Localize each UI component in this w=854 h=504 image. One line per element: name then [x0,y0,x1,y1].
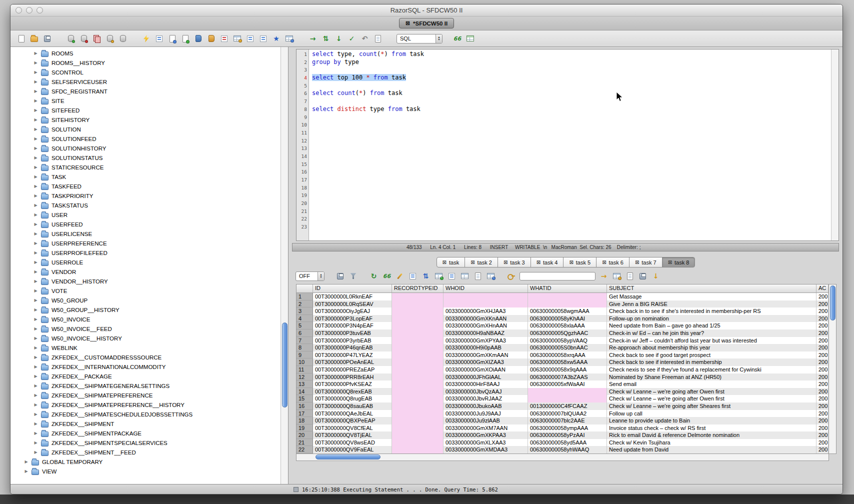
close-tab-icon[interactable]: ⊠ [635,260,639,265]
row-number-cell[interactable]: 12 [296,374,313,381]
edit-page-button[interactable] [168,34,177,44]
table-refresh-button[interactable] [434,272,444,281]
column-header-whoid[interactable]: WHOID [444,284,528,292]
hierarchy-view-button[interactable] [408,272,418,281]
id-cell[interactable]: 00T3000000QAeJbEAL [313,410,392,418]
recordtypeid-cell[interactable] [392,308,444,315]
sidebar-item-table[interactable]: ▶ W50_GROUP__HISTORY [10,305,288,314]
id-cell[interactable]: 00T3000000L0RqSEAV [313,300,392,308]
table-row[interactable]: 9 00T3000000P47LYEAZ 0033000000GmXKmAAN … [296,352,828,359]
row-number-cell[interactable]: 16 [296,402,313,410]
ac-cell[interactable]: 200 [816,432,828,439]
disclosure-triangle-icon[interactable]: ▶ [34,89,38,94]
table-row[interactable]: 8 00T3000000P46qnEAB 0033000000H9i0pAAB … [296,344,828,352]
grid-vscroll-thumb[interactable] [830,286,836,320]
id-cell[interactable]: 00T3000000L0RknEAF [313,293,392,300]
sidebar-item-table[interactable]: ▶ TASKFEED [10,182,288,191]
disclosure-triangle-icon[interactable]: ▶ [34,317,38,322]
grid-vertical-scrollbar[interactable] [829,284,836,454]
result-tab[interactable]: ⊠ task 6 [596,257,630,268]
list-view-button[interactable] [447,272,456,281]
ac-cell[interactable]: 200 [816,308,828,315]
id-cell[interactable]: 00T3000000PREZaEAP [313,366,392,374]
result-tab[interactable]: ⊠ task 4 [530,257,564,268]
ac-cell[interactable]: 200 [816,424,828,432]
row-number-cell[interactable]: 13 [296,380,313,388]
recordtypeid-cell[interactable] [392,380,444,388]
disclosure-triangle-icon[interactable]: ▶ [34,279,38,284]
row-number-cell[interactable]: 2 [296,300,313,308]
sidebar-item-table[interactable]: ▶ ZKFEDEX__SHIPMATEPREFERENCE__HISTORY [10,400,288,410]
sidebar-item-table[interactable]: ▶ W50_INVOICE__HISTORY [10,334,288,343]
whoid-cell[interactable]: 0033000000JFhGlAAL [444,374,528,381]
table-row[interactable]: 20 00T3000000QV8TjEAL 0033000000GmXKPAA3… [296,432,828,439]
id-cell[interactable]: 00T3000000QV9FaEAL [313,446,392,454]
whatid-cell[interactable]: 006300000058x9qAAA [528,366,607,374]
sidebar-item-table[interactable]: ▶ SELFSERVICEUSER [10,77,288,86]
sidebar-item-table[interactable]: ▶ ZKFEDEX__SHIPMATEPREFERENCE [10,390,288,400]
row-number-cell[interactable]: 19 [296,424,313,432]
id-cell[interactable]: 00T3000000Q8rugEAB [313,395,392,402]
whatid-cell[interactable] [528,293,607,300]
column-header-ac[interactable]: AC [816,284,828,292]
table-row[interactable]: 3 00T3000000OiyJgEAJ 0033000000GmXHJAA3 … [296,308,828,315]
close-tab-icon[interactable]: ⊠ [504,260,508,265]
sidebar-item-table[interactable]: ▶ USERPROFILEFEED [10,248,288,258]
row-number-cell[interactable]: 3 [296,308,313,315]
save-results-button[interactable] [336,272,345,281]
form-view-button[interactable] [460,272,470,281]
sidebar-item-table[interactable]: ▶ USERROLE [10,258,288,267]
whoid-cell[interactable]: 0033000000HirF8AAJ [444,380,528,388]
disclosure-triangle-icon[interactable]: ▶ [34,355,38,360]
disclosure-triangle-icon[interactable]: ▶ [34,440,38,445]
disclosure-triangle-icon[interactable]: ▶ [34,70,38,74]
table-row[interactable]: 13 00T3000000PfvKSEAZ 0033000000HirF8AAJ… [296,380,828,388]
disclosure-triangle-icon[interactable]: ▶ [34,308,38,312]
recordtypeid-cell[interactable] [392,388,444,396]
sidebar-item-table[interactable]: ▶ STATICRESOURCE [10,162,288,172]
whoid-cell[interactable]: 0033000000H9i0pAAB [444,344,528,352]
recordtypeid-cell[interactable] [392,439,444,446]
sidebar-item-table[interactable]: ▶ WEBLINK [10,343,288,352]
save-grid-button[interactable] [638,272,648,281]
disclosure-triangle-icon[interactable]: ▶ [34,108,38,112]
copy-button[interactable] [373,34,382,44]
table-row[interactable]: 7 00T3000000P3yrbEAB 0033000000GmXPYAA3 … [296,337,828,344]
whoid-cell[interactable]: 0033000000GmXMDAA3 [444,446,528,454]
primary-key-button[interactable] [506,272,516,281]
disclosure-triangle-icon[interactable]: ▶ [34,298,38,302]
title-bar[interactable]: RazorSQL - SFDCW50 II [10,4,842,16]
recordtypeid-cell[interactable] [392,417,444,424]
id-cell[interactable]: 00T3000000PRR8rEAH [313,374,392,381]
disclosure-triangle-icon[interactable]: ▶ [34,336,38,340]
sidebar-item-table[interactable]: ▶ SOLUTIONFEED [10,134,288,144]
row-number-cell[interactable]: 14 [296,388,313,396]
database-button[interactable] [118,34,128,44]
sidebar-item-table[interactable]: ▶ ZKFEDEX__CUSTOMADDRESSSOURCE [10,352,288,362]
whoid-cell[interactable]: 0033000000GmXIZAA3 [444,358,528,366]
whoid-cell[interactable]: 0033000000GmXHJAA3 [444,308,528,315]
validate-button[interactable]: ✓ [347,34,356,44]
download-button[interactable]: ↓ [651,272,660,281]
undo-button[interactable]: ↶ [360,34,370,44]
ac-cell[interactable]: 200 [816,300,828,308]
copy-results-button[interactable] [473,272,482,281]
language-mode-select[interactable]: SQL ▲▼ [396,34,442,44]
whatid-cell[interactable] [528,300,607,308]
whoid-cell[interactable]: 0033000000GmXLXAA3 [444,439,528,446]
disclosure-triangle-icon[interactable]: ▶ [34,260,38,264]
ac-cell[interactable]: 200 [816,388,828,396]
recordtypeid-cell[interactable] [392,410,444,418]
whatid-cell[interactable]: 006300000058ypVAAQ [528,337,607,344]
ac-cell[interactable]: 200 [816,337,828,344]
document-tab[interactable]: ⊠ *SFDCW50 II [399,18,454,28]
row-number-cell[interactable]: 21 [296,439,313,446]
disclosure-triangle-icon[interactable]: ▶ [34,422,38,426]
subject-cell[interactable]: Check nexis to see if they've found a re… [607,366,816,374]
id-cell[interactable]: 00T3000000P3LopEAF [313,315,392,322]
row-number-cell[interactable]: 4 [296,315,313,322]
disclosure-triangle-icon[interactable]: ▶ [34,98,38,103]
whatid-cell[interactable]: 006300000058wgmAAA [528,308,607,315]
sidebar-item-table[interactable]: ▶ ZKFEDEX__SHIPMATESCHEDULEDJOBSSETTINGS [10,410,288,419]
ac-cell[interactable]: 200 [816,439,828,446]
